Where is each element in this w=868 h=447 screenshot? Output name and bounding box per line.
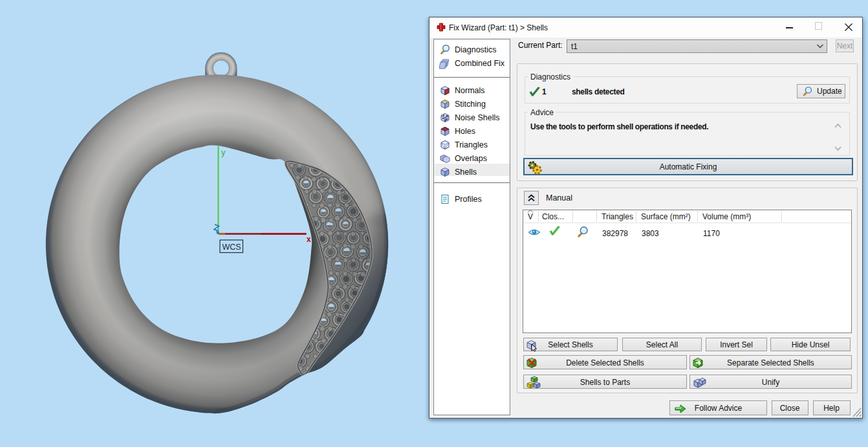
svg-text:WCS: WCS — [222, 243, 241, 252]
svg-text:x: x — [307, 235, 311, 244]
svg-text:y: y — [221, 147, 226, 157]
